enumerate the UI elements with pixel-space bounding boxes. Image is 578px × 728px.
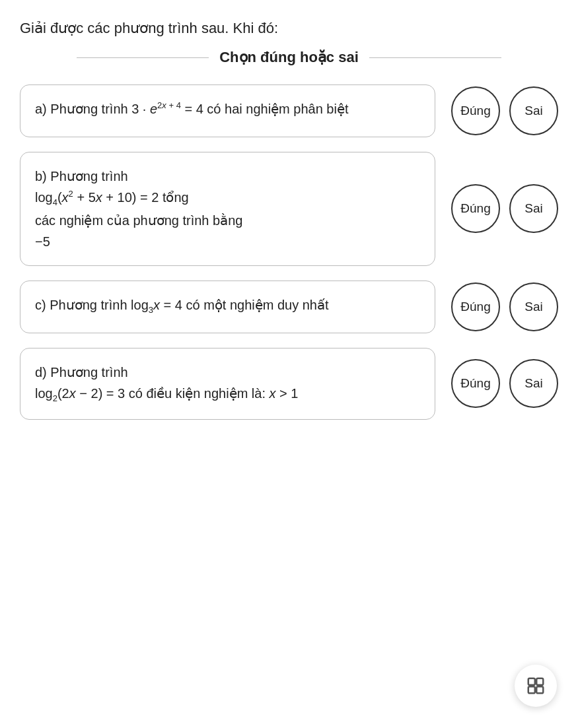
page-container: Giải được các phương trình sau. Khi đó: … — [0, 0, 578, 728]
question-box-c: c) Phương trình log3x = 4 có một nghiệm … — [20, 281, 435, 333]
question-row-b: b) Phương trình log4(x2 + 5x + 10) = 2 t… — [20, 152, 558, 266]
buttons-group-d: Đúng Sai — [451, 359, 558, 408]
svg-rect-3 — [536, 686, 543, 693]
question-label-d: d) — [35, 365, 50, 380]
question-row-c: c) Phương trình log3x = 4 có một nghiệm … — [20, 281, 558, 333]
question-text-c: Phương trình log3x = 4 có một nghiệm duy… — [50, 298, 328, 312]
grid-icon — [526, 676, 546, 696]
buttons-group-c: Đúng Sai — [451, 282, 558, 331]
dung-button-b[interactable]: Đúng — [451, 184, 500, 233]
question-row-d: d) Phương trình log2(2x − 2) = 3 có điều… — [20, 348, 558, 420]
section-title: Chọn đúng hoặc sai — [219, 49, 359, 66]
title-line-left — [77, 57, 209, 58]
sai-button-a[interactable]: Sai — [509, 86, 558, 135]
question-text-d: Phương trình log2(2x − 2) = 3 có điều ki… — [35, 365, 298, 401]
buttons-group-a: Đúng Sai — [451, 86, 558, 135]
svg-rect-1 — [536, 678, 543, 685]
sai-button-b[interactable]: Sai — [509, 184, 558, 233]
question-label-b: b) — [35, 169, 50, 183]
dung-button-d[interactable]: Đúng — [451, 359, 500, 408]
header-instruction: Giải được các phương trình sau. Khi đó: — [0, 13, 578, 49]
questions-area: a) Phương trình 3 · e2x + 4 = 4 có hai n… — [0, 84, 578, 420]
grid-icon-button[interactable] — [515, 665, 557, 707]
question-box-d: d) Phương trình log2(2x − 2) = 3 có điều… — [20, 348, 435, 420]
title-line-right — [369, 57, 501, 58]
svg-rect-2 — [528, 686, 535, 693]
question-box-a: a) Phương trình 3 · e2x + 4 = 4 có hai n… — [20, 84, 435, 137]
svg-rect-0 — [528, 678, 535, 685]
question-label-a: a) — [35, 102, 50, 116]
sai-button-d[interactable]: Sai — [509, 359, 558, 408]
dung-button-c[interactable]: Đúng — [451, 282, 500, 331]
sai-button-c[interactable]: Sai — [509, 282, 558, 331]
question-text-a: Phương trình 3 · e2x + 4 = 4 có hai nghi… — [50, 102, 348, 116]
question-text-b: Phương trình log4(x2 + 5x + 10) = 2 tổng… — [35, 169, 242, 249]
buttons-group-b: Đúng Sai — [451, 184, 558, 233]
question-box-b: b) Phương trình log4(x2 + 5x + 10) = 2 t… — [20, 152, 435, 266]
question-label-c: c) — [35, 298, 50, 312]
question-row-a: a) Phương trình 3 · e2x + 4 = 4 có hai n… — [20, 84, 558, 137]
dung-button-a[interactable]: Đúng — [451, 86, 500, 135]
section-title-row: Chọn đúng hoặc sai — [0, 49, 578, 66]
